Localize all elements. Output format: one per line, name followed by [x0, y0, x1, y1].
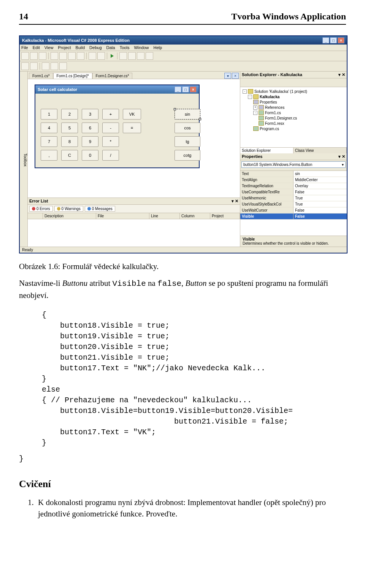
calc-button[interactable]: 1 — [41, 109, 57, 120]
minimize-icon[interactable]: _ — [175, 86, 181, 92]
calc-button[interactable]: 4 — [41, 123, 57, 133]
toolbar-button[interactable] — [59, 62, 67, 70]
tree-node[interactable]: Form1.cs — [265, 111, 281, 115]
tree-node[interactable]: Form1.resx — [265, 121, 284, 126]
menu-view[interactable]: View — [44, 45, 54, 50]
toolbar-button[interactable] — [51, 52, 58, 60]
tree-node[interactable]: Program.cs — [260, 127, 279, 131]
calc-button-vk[interactable]: VK — [123, 109, 141, 120]
toolbar-button[interactable] — [42, 62, 49, 70]
calc-button-eq[interactable]: = — [123, 123, 141, 133]
form-titlebar: Solar cell calculator _ □ × — [35, 85, 199, 94]
calc-button[interactable]: 9 — [82, 136, 98, 147]
exercise-item: K dokonalosti programu nyní zbývá drobno… — [36, 497, 346, 520]
menu-debug[interactable]: Debug — [89, 45, 102, 50]
page-number: 14 — [19, 11, 28, 22]
warnings-filter[interactable]: 0 Warnings — [54, 206, 83, 212]
menu-edit[interactable]: Edit — [33, 45, 40, 50]
error-list-title: Error List — [29, 199, 48, 204]
toolbar-button[interactable] — [128, 52, 136, 60]
toolbar-button[interactable] — [89, 52, 96, 60]
menu-build[interactable]: Build — [76, 45, 85, 50]
toolbar-button[interactable] — [242, 80, 248, 86]
menu-tools[interactable]: Tools — [120, 45, 130, 50]
calc-button[interactable]: 7 — [41, 136, 57, 147]
calculator-grid: 1 2 3 + VK sin 4 5 6 - — [41, 109, 194, 161]
calc-button[interactable]: * — [102, 136, 119, 147]
calc-button[interactable]: , — [41, 150, 57, 161]
maximize-icon[interactable]: □ — [330, 37, 337, 43]
solution-explorer-header: Solution Explorer - Kalkulacka▾ ✕ — [240, 72, 347, 78]
tab-form1-designer-cs[interactable]: Form1.Designer.cs* — [92, 73, 133, 79]
calc-button[interactable]: 3 — [82, 109, 98, 120]
property-grid[interactable]: Textsin TextAlignMiddleCenter TextImageR… — [240, 171, 347, 236]
toolbar-button[interactable] — [137, 52, 144, 60]
solution-tree[interactable]: -Solution 'Kalkulacka' (1 project) -Kalk… — [240, 87, 347, 147]
toolbar-button[interactable] — [256, 80, 262, 86]
calc-button[interactable]: / — [102, 150, 119, 161]
minimize-icon[interactable]: _ — [322, 37, 329, 43]
calc-button-cos[interactable]: cos — [175, 123, 200, 133]
tab-close-icon[interactable]: × — [232, 73, 239, 79]
menu-window[interactable]: Window — [134, 45, 149, 50]
toolbar-button[interactable] — [21, 62, 29, 70]
calc-button[interactable]: 2 — [61, 109, 78, 120]
form-title: Solar cell calculator — [38, 87, 77, 92]
menu-project[interactable]: Project — [58, 45, 71, 50]
tree-node[interactable]: Properties — [260, 100, 277, 104]
tab-dropdown-icon[interactable]: ▾ — [224, 73, 231, 79]
menu-help[interactable]: Help — [154, 45, 162, 50]
calc-button[interactable]: 8 — [61, 136, 78, 147]
close-icon[interactable]: × — [190, 86, 197, 92]
tree-node[interactable]: References — [265, 105, 284, 110]
toolbar-button[interactable] — [39, 52, 46, 60]
exercise-list: K dokonalosti programu nyní zbývá drobno… — [19, 497, 346, 520]
toolbar-button[interactable] — [68, 52, 76, 60]
toolbox-tab[interactable]: Toolbox — [20, 72, 28, 247]
status-bar: Ready — [20, 247, 347, 253]
designer-form[interactable]: Solar cell calculator _ □ × 1 2 — [35, 84, 200, 168]
tree-node[interactable]: Form1.Designer.cs — [265, 116, 297, 120]
tab-form1-design[interactable]: Form1.cs [Design]* — [53, 73, 92, 79]
toolbar-button[interactable] — [51, 62, 58, 70]
toolbar-button[interactable] — [77, 52, 84, 60]
toolbar-button[interactable] — [59, 52, 67, 60]
toolbar-button[interactable] — [249, 80, 255, 86]
toolbar-button[interactable] — [119, 52, 127, 60]
toolbar-button[interactable] — [30, 62, 38, 70]
properties-object-combo[interactable]: button18 System.Windows.Forms.Button▾ — [241, 161, 346, 168]
calc-button-cotg[interactable]: cotg — [175, 150, 200, 161]
toolbar-button[interactable] — [97, 52, 105, 60]
calc-button-sin[interactable]: sin — [175, 109, 200, 120]
calc-button-tg[interactable]: tg — [175, 136, 200, 147]
menu-file[interactable]: File — [21, 45, 28, 50]
toolbar-button[interactable] — [146, 52, 153, 60]
toolbar-button[interactable] — [262, 80, 268, 86]
messages-filter[interactable]: 0 Messages — [85, 206, 115, 212]
menubar: File Edit View Project Build Debug Data … — [20, 45, 347, 51]
calc-button[interactable]: + — [102, 109, 119, 120]
calc-button[interactable]: 5 — [61, 123, 78, 133]
designer-surface[interactable]: Solar cell calculator _ □ × 1 2 — [28, 79, 240, 198]
errors-filter[interactable]: 0 Errors — [29, 206, 53, 212]
maximize-icon[interactable]: □ — [182, 86, 189, 92]
toolbar-button[interactable] — [30, 52, 38, 60]
calc-button-clear[interactable]: C — [61, 150, 78, 161]
toolbar-button[interactable] — [21, 52, 29, 60]
page-title: Tvorba Windows Application — [231, 11, 346, 22]
run-icon[interactable] — [111, 54, 114, 58]
calc-button[interactable]: 0 — [82, 150, 98, 161]
running-header: 14 Tvorba Windows Application — [19, 11, 346, 25]
tab-form1-cs[interactable]: Form1.cs* — [29, 73, 53, 79]
tree-node[interactable]: Kalkulacka — [260, 95, 279, 99]
class-view-tab[interactable]: Class View — [294, 148, 347, 153]
calc-button[interactable]: 6 — [82, 123, 98, 133]
tree-node[interactable]: Solution 'Kalkulacka' (1 project) — [254, 89, 307, 94]
toolbar-secondary — [20, 61, 347, 72]
solution-explorer-tab[interactable]: Solution Explorer — [240, 148, 294, 153]
close-icon[interactable]: × — [338, 37, 344, 43]
solution-explorer-toolbar — [240, 78, 347, 87]
calc-button[interactable]: - — [102, 123, 119, 133]
menu-data[interactable]: Data — [106, 45, 115, 50]
document-tabs: Form1.cs* Form1.cs [Design]* Form1.Desig… — [28, 72, 240, 79]
